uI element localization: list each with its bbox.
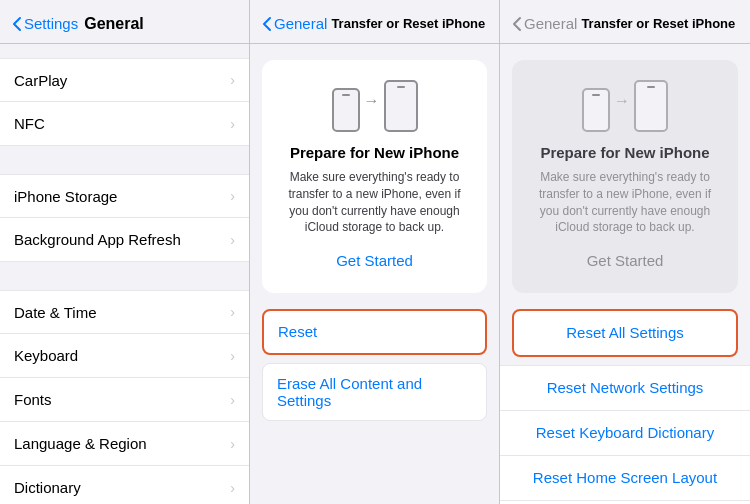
reset-home-screen-item[interactable]: Reset Home Screen Layout: [500, 456, 750, 501]
mid-nav: General Transfer or Reset iPhone: [250, 0, 499, 44]
phone-right-icon-r: [634, 80, 668, 132]
nfc-label: NFC: [14, 115, 45, 132]
left-back-button[interactable]: Settings: [12, 15, 78, 32]
erase-item[interactable]: Erase All Content and Settings: [262, 363, 487, 421]
get-started-btn-right[interactable]: Get Started: [587, 248, 664, 273]
prepare-desc-mid: Make sure everything's ready to transfer…: [278, 169, 471, 236]
chevron-icon: ›: [230, 72, 235, 88]
left-panel: Settings General CarPlay › NFC › iPhone …: [0, 0, 250, 504]
left-settings-list: CarPlay › NFC › iPhone Storage › Backgro…: [0, 44, 249, 504]
reset-network-label: Reset Network Settings: [547, 379, 704, 396]
phone-transfer-icon-right: →: [582, 80, 668, 132]
reset-section: Reset: [262, 309, 487, 355]
chevron-icon: ›: [230, 480, 235, 496]
mid-back-button[interactable]: General: [262, 15, 327, 32]
prepare-title-right: Prepare for New iPhone: [540, 144, 709, 161]
reset-home-screen-label: Reset Home Screen Layout: [533, 469, 717, 486]
left-nav: Settings General: [0, 0, 249, 44]
phone-left-icon-r: [582, 88, 610, 132]
get-started-btn-mid[interactable]: Get Started: [336, 248, 413, 273]
reset-all-settings-button[interactable]: Reset All Settings: [512, 309, 738, 357]
group-datetime: Date & Time › Keyboard › Fonts › Languag…: [0, 290, 249, 504]
settings-item-carplay[interactable]: CarPlay ›: [0, 58, 249, 102]
group-storage: iPhone Storage › Background App Refresh …: [0, 174, 249, 262]
left-back-label: Settings: [24, 15, 78, 32]
chevron-icon: ›: [230, 392, 235, 408]
settings-item-fonts[interactable]: Fonts ›: [0, 378, 249, 422]
reset-box-label: Reset: [278, 323, 317, 340]
background-refresh-label: Background App Refresh: [14, 231, 181, 248]
reset-network-settings-item[interactable]: Reset Network Settings: [500, 365, 750, 411]
settings-item-dictionary[interactable]: Dictionary ›: [0, 466, 249, 504]
settings-item-nfc[interactable]: NFC ›: [0, 102, 249, 146]
datetime-label: Date & Time: [14, 304, 97, 321]
reset-keyboard-label: Reset Keyboard Dictionary: [536, 424, 714, 441]
prepare-desc-right: Make sure everything's ready to transfer…: [528, 169, 722, 236]
prepare-title-mid: Prepare for New iPhone: [290, 144, 459, 161]
mid-nav-title: Transfer or Reset iPhone: [331, 16, 485, 31]
iphone-storage-label: iPhone Storage: [14, 188, 117, 205]
chevron-icon: ›: [230, 232, 235, 248]
chevron-icon: ›: [230, 436, 235, 452]
phone-left-icon: [332, 88, 360, 132]
prepare-card-right: → Prepare for New iPhone Make sure every…: [512, 60, 738, 293]
settings-item-background-refresh[interactable]: Background App Refresh ›: [0, 218, 249, 262]
dictionary-label: Dictionary: [14, 479, 81, 496]
phone-right-icon: [384, 80, 418, 132]
chevron-icon: ›: [230, 188, 235, 204]
mid-back-label: General: [274, 15, 327, 32]
right-panel: General Transfer or Reset iPhone → Prepa…: [500, 0, 750, 504]
group-carplay: CarPlay › NFC ›: [0, 58, 249, 146]
right-back-label: General: [524, 15, 577, 32]
reset-keyboard-dict-item[interactable]: Reset Keyboard Dictionary: [500, 411, 750, 456]
keyboard-label: Keyboard: [14, 347, 78, 364]
reset-box-button[interactable]: Reset: [262, 309, 487, 355]
chevron-icon: ›: [230, 348, 235, 364]
carplay-label: CarPlay: [14, 72, 67, 89]
chevron-icon: ›: [230, 304, 235, 320]
reset-options-list: Reset Network Settings Reset Keyboard Di…: [500, 365, 750, 504]
reset-all-settings-label: Reset All Settings: [566, 324, 684, 341]
transfer-arrow-icon-r: →: [614, 92, 630, 110]
chevron-icon: ›: [230, 116, 235, 132]
settings-item-keyboard[interactable]: Keyboard ›: [0, 334, 249, 378]
erase-section: Erase All Content and Settings: [250, 363, 499, 421]
erase-label: Erase All Content and Settings: [277, 375, 472, 409]
language-label: Language & Region: [14, 435, 147, 452]
right-back-button[interactable]: General: [512, 15, 577, 32]
right-nav-title: Transfer or Reset iPhone: [581, 16, 735, 31]
fonts-label: Fonts: [14, 391, 52, 408]
mid-panel: General Transfer or Reset iPhone → Prepa…: [250, 0, 500, 504]
settings-item-language[interactable]: Language & Region ›: [0, 422, 249, 466]
phone-transfer-icon: →: [332, 80, 418, 132]
right-nav: General Transfer or Reset iPhone: [500, 0, 750, 44]
left-nav-title: General: [84, 15, 144, 33]
mid-content: → Prepare for New iPhone Make sure every…: [250, 44, 499, 504]
prepare-card-mid: → Prepare for New iPhone Make sure every…: [262, 60, 487, 293]
right-content: → Prepare for New iPhone Make sure every…: [500, 44, 750, 504]
transfer-arrow-icon: →: [364, 92, 380, 110]
settings-item-datetime[interactable]: Date & Time ›: [0, 290, 249, 334]
settings-item-iphone-storage[interactable]: iPhone Storage ›: [0, 174, 249, 218]
